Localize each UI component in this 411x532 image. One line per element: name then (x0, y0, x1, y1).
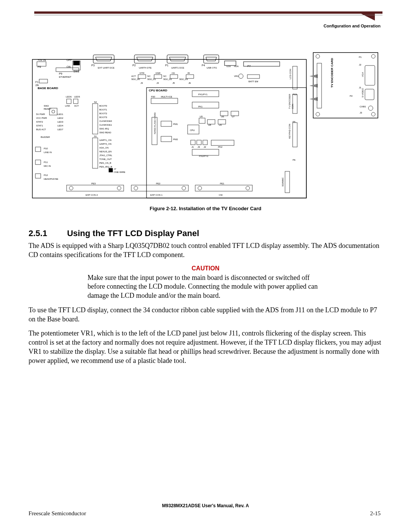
svg-text:P12: P12 (44, 174, 48, 176)
svg-point-58 (117, 186, 121, 190)
svg-text:J1: J1 (359, 86, 362, 89)
svg-text:PE1: PE1 (220, 182, 225, 185)
svg-point-57 (69, 186, 73, 190)
svg-rect-51 (35, 160, 41, 165)
svg-point-45 (52, 110, 55, 113)
svg-text:NC: NC (163, 75, 167, 77)
para-1: The ADS is equipped with a Sharp LQ035Q7… (29, 241, 382, 260)
svg-text:PM2: PM2 (173, 138, 178, 141)
svg-text:UART1 DCE: UART1 DCE (171, 67, 184, 69)
svg-rect-36 (211, 140, 234, 145)
svg-marker-5 (309, 97, 318, 101)
svg-text:KEYPAD CON: KEYPAD CON (288, 124, 291, 139)
svg-text:J2: J2 (359, 64, 362, 66)
svg-text:LED1: LED1 (57, 113, 64, 115)
svg-text:J5: J5 (172, 82, 175, 84)
svg-point-60 (182, 186, 186, 190)
svg-text:P8: P8 (38, 66, 41, 68)
svg-text:PX1/PY1: PX1/PY1 (198, 93, 208, 96)
svg-text:P10: P10 (44, 147, 48, 150)
svg-rect-33 (191, 140, 195, 145)
svg-text:TV ENCODER CARD: TV ENCODER CARD (330, 58, 334, 88)
svg-text:CLKMODE1: CLKMODE1 (99, 124, 112, 126)
svg-rect-34 (197, 140, 201, 145)
svg-point-62 (246, 186, 250, 190)
svg-rect-20 (293, 123, 297, 147)
svg-text:LED3: LED3 (57, 121, 64, 123)
board-diagram: BASE BOARD CPU BOARD TV ENCODER CARD NAN… (29, 50, 382, 202)
svg-text:P4: P4 (202, 64, 205, 67)
svg-text:DSR: DSR (156, 72, 161, 74)
svg-text:S2: S2 (94, 101, 97, 103)
svg-text:BASE BOARD: BASE BOARD (38, 86, 58, 90)
svg-rect-38 (285, 171, 290, 193)
svg-rect-30 (161, 121, 172, 126)
section-title: Using the TFT LCD Display Panel (67, 228, 199, 238)
svg-text:SW1: SW1 (73, 70, 79, 73)
svg-text:LINK: LINK (65, 105, 70, 107)
svg-text:J2: J2 (204, 146, 206, 148)
svg-text:STAT1: STAT1 (36, 125, 43, 127)
page: Configuration and Operation (0, 0, 411, 532)
svg-text:IrDA_ON: IrDA_ON (99, 147, 108, 149)
svg-text:CVBS: CVBS (360, 105, 366, 108)
svg-text:ON: ON (67, 66, 71, 68)
svg-text:MULTI-ICE: MULTI-ICE (161, 96, 172, 98)
svg-text:SW1 IRQ: SW1 IRQ (99, 128, 109, 130)
svg-rect-46 (67, 99, 71, 104)
svg-point-70 (368, 106, 373, 110)
svg-text:SD2_D3: SD2_D3 (179, 78, 188, 80)
svg-text:U7: U7 (232, 115, 235, 118)
svg-marker-3 (309, 74, 318, 78)
svg-rect-56 (195, 185, 252, 191)
svg-text:P6: P6 (293, 159, 296, 161)
svg-text:IrDA: IrDA (234, 65, 239, 67)
header-section: Configuration and Operation (323, 24, 381, 28)
svg-text:TV ENCODER: TV ENCODER (288, 94, 291, 109)
svg-rect-53 (109, 168, 113, 172)
svg-rect-41 (73, 61, 80, 65)
svg-text:U9: U9 (219, 124, 222, 126)
svg-text:BOOT0: BOOT0 (99, 105, 107, 107)
svg-text:J4: J4 (156, 82, 159, 84)
svg-rect-9 (204, 55, 219, 63)
svg-text:S-VIDEO: S-VIDEO (362, 88, 364, 97)
svg-text:VCC PWR: VCC PWR (36, 117, 47, 119)
svg-text:EXP CON 1: EXP CON 1 (150, 194, 163, 196)
svg-text:ACT: ACT (74, 105, 79, 107)
svg-text:LED5: LED5 (74, 96, 80, 98)
svg-text:BOOT2: BOOT2 (99, 112, 107, 115)
svg-text:NC: NC (147, 75, 151, 77)
svg-text:2A: 2A (35, 84, 39, 86)
svg-text:CPU BOARD: CPU BOARD (149, 89, 167, 92)
svg-text:VGA: VGA (362, 72, 364, 77)
svg-text:LINE IN: LINE IN (44, 151, 52, 153)
svg-text:BUZZER: BUZZER (41, 136, 50, 138)
svg-text:MIC IN: MIC IN (44, 165, 51, 167)
svg-text:PM1: PM1 (173, 123, 178, 125)
para-3: The potentiometer VR1, which is to the l… (29, 329, 382, 365)
svg-point-59 (134, 186, 138, 190)
svg-text:SW2: SW2 (44, 105, 49, 107)
svg-text:BOOT1: BOOT1 (99, 109, 107, 111)
svg-text:CSI: CSI (219, 194, 223, 196)
svg-rect-47 (73, 99, 78, 104)
svg-text:BUS ACT: BUS ACT (36, 128, 46, 131)
svg-rect-54 (67, 185, 124, 191)
figure-caption: Figure 2-12. Installation of the TV Enco… (0, 206, 411, 211)
svg-text:UART4 DTE: UART4 DTE (139, 67, 151, 69)
svg-text:P5: P5 (293, 121, 296, 123)
svg-point-65 (316, 112, 320, 116)
svg-rect-55 (131, 185, 188, 191)
svg-text:ETHERNET: ETHERNET (59, 76, 72, 78)
svg-rect-35 (203, 140, 207, 145)
svg-text:PK1: PK1 (198, 105, 203, 108)
svg-marker-4 (309, 84, 318, 88)
svg-text:U8: U8 (208, 124, 211, 126)
svg-text:F1: F1 (35, 81, 38, 83)
section-heading: 2.5.1 Using the TFT LCD Display Panel (29, 228, 382, 238)
svg-point-61 (198, 186, 202, 190)
svg-text:P20: P20 (151, 96, 155, 98)
svg-text:EXT UART DCE: EXT UART DCE (98, 67, 115, 69)
svg-text:SD2_D1: SD2_D1 (147, 78, 156, 80)
